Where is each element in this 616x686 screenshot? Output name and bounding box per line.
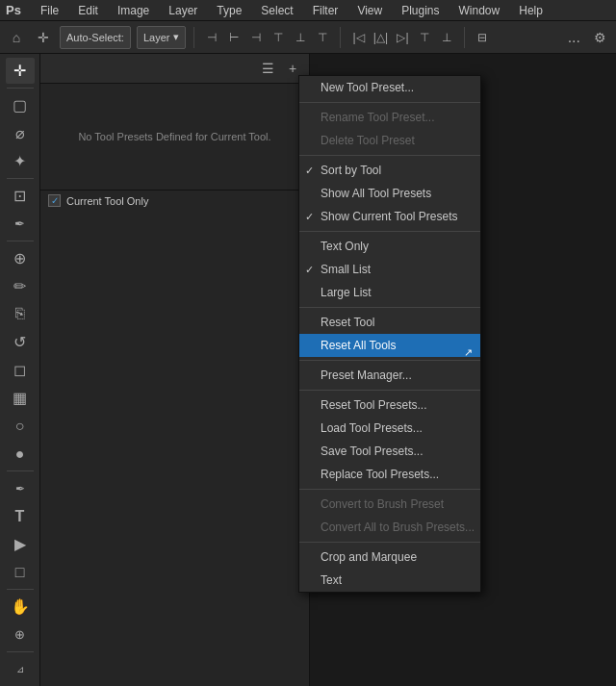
align-top-edges-icon[interactable]: ⊤ xyxy=(269,28,288,47)
menu-item-replace-tool-presets[interactable]: Replace Tool Presets... xyxy=(299,463,480,486)
path-selection-tool-button[interactable]: ▶ xyxy=(6,531,35,557)
move-tool-icon[interactable]: ✛ xyxy=(33,27,54,48)
app-logo: Ps xyxy=(6,3,21,17)
spot-healing-brush-tool-button[interactable]: ⊕ xyxy=(6,245,35,271)
distribute-left-icon[interactable]: |◁ xyxy=(348,28,368,47)
check-mark-small-list: ✓ xyxy=(305,264,314,276)
align-icons-group: ⊣ ⊢ ⊣ ⊤ ⊥ ⊤ xyxy=(202,28,332,47)
menu-item-load-tool-presets[interactable]: Load Tool Presets... xyxy=(299,417,480,440)
more-options-icon[interactable]: ... xyxy=(564,27,584,48)
menu-view[interactable]: View xyxy=(353,2,386,19)
crop-tool-button[interactable]: ⊡ xyxy=(6,183,35,209)
menu-separator-4 xyxy=(299,307,480,308)
menu-separator-5 xyxy=(299,360,480,361)
menu-item-show-current-tool-presets[interactable]: ✓ Show Current Tool Presets xyxy=(299,205,480,228)
tool-divider-4 xyxy=(7,470,34,471)
menu-window[interactable]: Window xyxy=(455,2,504,19)
autotrans-control[interactable]: Auto-Select: xyxy=(60,26,131,49)
distribute-center-v-icon[interactable]: |△| xyxy=(371,28,390,47)
menu-item-text-only[interactable]: Text Only xyxy=(299,235,480,258)
layer-dropdown-label: Layer xyxy=(143,32,170,43)
menu-separator-6 xyxy=(299,390,480,391)
menu-separator-8 xyxy=(299,542,480,543)
extra-options-button[interactable]: ⊿ xyxy=(6,656,35,682)
gradient-tool-button[interactable]: ▦ xyxy=(6,385,35,411)
menu-item-save-tool-presets[interactable]: Save Tool Presets... xyxy=(299,440,480,463)
menu-select[interactable]: Select xyxy=(257,2,296,19)
shape-tool-button[interactable]: □ xyxy=(6,559,35,585)
blur-tool-button[interactable]: ○ xyxy=(6,413,35,439)
panel-menu-button[interactable]: ☰ xyxy=(257,58,278,79)
hand-tool-button[interactable]: ✋ xyxy=(6,594,35,620)
zoom-tool-button[interactable]: ⊕ xyxy=(6,622,35,648)
menu-item-crop-and-marquee[interactable]: Crop and Marquee xyxy=(299,546,480,569)
menu-item-convert-all-to-brush: Convert All to Brush Presets... xyxy=(299,516,480,539)
menu-file[interactable]: File xyxy=(37,2,63,19)
menu-item-sort-by-tool[interactable]: ✓ Sort by Tool xyxy=(299,159,480,182)
move-tool-button[interactable]: ✛ xyxy=(6,58,35,84)
auto-align-icon[interactable]: ⊟ xyxy=(473,28,492,47)
current-tool-only-label: Current Tool Only xyxy=(66,195,148,207)
tool-divider-3 xyxy=(7,241,34,241)
current-tool-only-checkbox[interactable]: ✓ xyxy=(48,194,61,207)
menu-separator-3 xyxy=(299,231,480,232)
align-center-v-icon[interactable]: ⊢ xyxy=(224,28,244,47)
settings-icon[interactable]: ⚙ xyxy=(590,28,610,47)
align-bottom-edges-icon[interactable]: ⊤ xyxy=(313,28,332,47)
main-layout: ✛ ▢ ⌀ ✦ ⊡ ✒ ⊕ ✏ ⎘ ↺ ◻ ▦ ○ ● ✒ T ▶ □ ✋ ⊕ … xyxy=(0,54,616,686)
options-bar: ⌂ ✛ Auto-Select: Layer ▾ ⊣ ⊢ ⊣ ⊤ ⊥ ⊤ |◁ … xyxy=(0,21,616,54)
home-icon[interactable]: ⌂ xyxy=(6,27,27,48)
menu-item-new-tool-preset[interactable]: New Tool Preset... xyxy=(299,76,480,99)
text-tool-button[interactable]: T xyxy=(6,503,35,529)
eraser-tool-button[interactable]: ◻ xyxy=(6,357,35,383)
menu-image[interactable]: Image xyxy=(114,2,153,19)
cursor-icon: ↗ xyxy=(464,346,473,359)
menu-item-show-all-tool-presets[interactable]: Show All Tool Presets xyxy=(299,182,480,205)
menu-separator-7 xyxy=(299,489,480,490)
menu-item-text[interactable]: Text xyxy=(299,569,480,592)
options-separator-2 xyxy=(340,27,341,48)
menu-layer[interactable]: Layer xyxy=(165,2,201,19)
tool-divider-5 xyxy=(7,589,34,590)
layer-dropdown[interactable]: Layer ▾ xyxy=(137,26,187,49)
menu-item-large-list[interactable]: Large List xyxy=(299,281,480,304)
menu-help[interactable]: Help xyxy=(515,2,547,19)
history-brush-tool-button[interactable]: ↺ xyxy=(6,329,35,355)
rectangular-marquee-tool-button[interactable]: ▢ xyxy=(6,92,35,118)
dropdown-menu: New Tool Preset... Rename Tool Preset...… xyxy=(298,75,481,593)
eyedropper-tool-button[interactable]: ✒ xyxy=(6,211,35,237)
distribute-bottom-icon[interactable]: ⊥ xyxy=(437,28,456,47)
menu-item-reset-tool[interactable]: Reset Tool xyxy=(299,311,480,334)
left-toolbar: ✛ ▢ ⌀ ✦ ⊡ ✒ ⊕ ✏ ⎘ ↺ ◻ ▦ ○ ● ✒ T ▶ □ ✋ ⊕ … xyxy=(0,54,40,686)
quick-selection-tool-button[interactable]: ✦ xyxy=(6,148,35,174)
menu-edit[interactable]: Edit xyxy=(74,2,102,19)
menu-item-rename-tool-preset: Rename Tool Preset... xyxy=(299,106,480,129)
distribute-right-icon[interactable]: ▷| xyxy=(393,28,412,47)
menu-type[interactable]: Type xyxy=(213,2,245,19)
brush-tool-button[interactable]: ✏ xyxy=(6,273,35,299)
clone-stamp-tool-button[interactable]: ⎘ xyxy=(6,301,35,327)
menu-item-reset-all-tools[interactable]: Reset All Tools ↗ xyxy=(299,334,480,357)
tool-divider-6 xyxy=(7,651,34,652)
align-center-h-icon[interactable]: ⊥ xyxy=(291,28,310,47)
panel-empty-text: No Tool Presets Defined for Current Tool… xyxy=(78,131,270,142)
distribute-top-icon[interactable]: ⊤ xyxy=(415,28,434,47)
menu-item-reset-tool-presets[interactable]: Reset Tool Presets... xyxy=(299,394,480,417)
menu-plugins[interactable]: Plugins xyxy=(398,2,443,19)
menu-separator-1 xyxy=(299,102,480,103)
panel-footer: ✓ Current Tool Only xyxy=(40,190,309,211)
dropdown-chevron-icon: ▾ xyxy=(173,31,179,43)
dodge-tool-button[interactable]: ● xyxy=(6,441,35,467)
lasso-tool-button[interactable]: ⌀ xyxy=(6,120,35,146)
menu-item-small-list[interactable]: ✓ Small List xyxy=(299,258,480,281)
pen-tool-button[interactable]: ✒ xyxy=(6,475,35,501)
menu-bar: Ps File Edit Image Layer Type Select Fil… xyxy=(0,0,616,21)
menu-filter[interactable]: Filter xyxy=(309,2,343,19)
align-left-edges-icon[interactable]: ⊣ xyxy=(202,28,221,47)
options-separator-3 xyxy=(464,27,465,48)
align-right-edges-icon[interactable]: ⊣ xyxy=(246,28,266,47)
panel-header: ☰ + xyxy=(40,54,309,84)
menu-item-preset-manager[interactable]: Preset Manager... xyxy=(299,364,480,387)
autotrans-label: Auto-Select: xyxy=(66,32,124,43)
tool-divider-2 xyxy=(7,178,34,179)
